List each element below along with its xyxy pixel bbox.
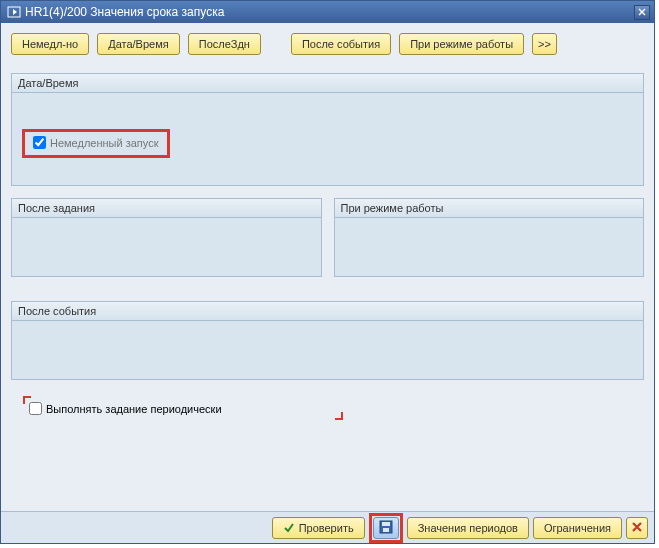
spacer [11,289,644,301]
immediate-start-checkbox[interactable] [33,136,46,149]
corner-mark-tl [23,396,31,404]
check-button-label: Проверить [299,522,354,534]
save-button[interactable] [373,517,399,539]
group-work-mode-header: При режиме работы [335,199,644,218]
footer: Проверить Значения периодов Ограничения [1,511,654,543]
immediate-start-row: Немедленный запуск [33,136,159,149]
highlight-save [369,513,403,543]
work-mode-button[interactable]: При режиме работы [399,33,524,55]
content-area: Немедл-но Дата/Время ПослеЗдн После собы… [1,23,654,511]
group-after-event-body [12,321,643,379]
group-datetime-header: Дата/Время [12,74,643,93]
save-icon [379,520,393,536]
check-button[interactable]: Проверить [272,517,365,539]
group-datetime: Дата/Время Немедленный запуск [11,73,644,186]
close-button[interactable] [634,5,650,20]
group-after-job: После задания [11,198,322,277]
highlight-immediate-start: Немедленный запуск [22,129,170,158]
more-button[interactable]: >> [532,33,557,55]
group-after-job-header: После задания [12,199,321,218]
after-event-button[interactable]: После события [291,33,391,55]
period-values-button[interactable]: Значения периодов [407,517,529,539]
titlebar: HR1(4)/200 Значения срока запуска [1,1,654,23]
group-after-job-body [12,218,321,276]
svg-rect-2 [382,522,390,526]
two-column-row: После задания При режиме работы [11,198,644,289]
window-icon [7,6,21,18]
group-after-event: После события [11,301,644,380]
periodic-label: Выполнять задание периодически [46,403,222,415]
group-work-mode-body [335,218,644,276]
top-button-row: Немедл-но Дата/Время ПослеЗдн После собы… [11,33,644,55]
cancel-button[interactable] [626,517,648,539]
window-title: HR1(4)/200 Значения срока запуска [25,5,634,19]
check-icon [283,522,295,534]
group-after-event-header: После события [12,302,643,321]
restrictions-button[interactable]: Ограничения [533,517,622,539]
periodic-row: Выполнять задание периодически [29,402,644,415]
immediate-start-label: Немедленный запуск [50,137,159,149]
datetime-button[interactable]: Дата/Время [97,33,180,55]
dialog-window: HR1(4)/200 Значения срока запуска Немедл… [0,0,655,544]
after-job-button[interactable]: ПослеЗдн [188,33,261,55]
group-datetime-body: Немедленный запуск [12,93,643,185]
corner-mark-br [335,412,343,420]
group-work-mode: При режиме работы [334,198,645,277]
immediate-button[interactable]: Немедл-но [11,33,89,55]
cancel-icon [631,521,643,535]
svg-rect-3 [383,528,389,532]
